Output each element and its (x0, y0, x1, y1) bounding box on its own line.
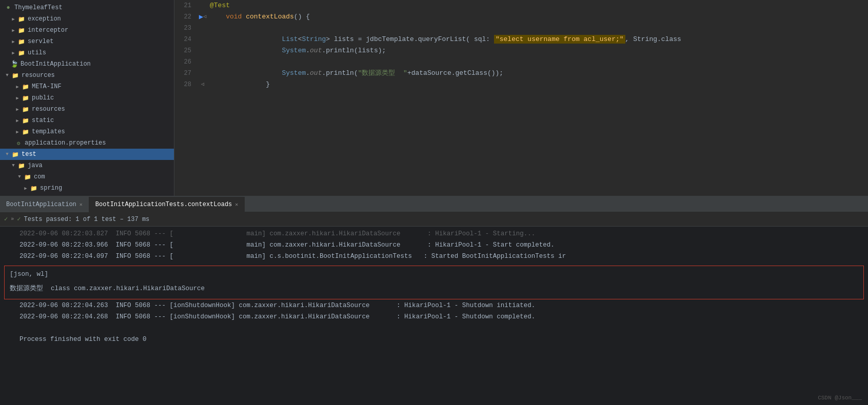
console-highlighted-box: [json, wl] 数据源类型 class com.zaxxer.hikari… (4, 266, 864, 299)
chevron-icon (23, 185, 29, 191)
sidebar-item-resources2[interactable]: 📁 resources (0, 104, 174, 115)
line-number-22: 22 (174, 11, 198, 23)
line-number-23: 23 (174, 23, 198, 34)
editor-tabs-bar: BootInitApplication ✕ BootInitApplicatio… (0, 197, 868, 212)
sidebar-label: java (28, 162, 43, 169)
sidebar-label: public (32, 94, 54, 102)
line-gutter-22: ▶ ◁ (198, 11, 208, 23)
project-sidebar: ● ThymeleafTest 📁 exception 📁 intercepto… (0, 0, 174, 196)
console-json-result: [json, wl] (10, 271, 48, 278)
sidebar-label: static (32, 117, 54, 124)
properties-file-icon: ⚙ (14, 139, 23, 147)
console-exit-text: Process finished with exit code 0 (19, 336, 147, 343)
tab-boot-init-tests[interactable]: BootInitApplicationTests.contextLoads ✕ (89, 197, 245, 212)
chevron-icon (14, 95, 21, 101)
tab-boot-init-app[interactable]: BootInitApplication ✕ (0, 197, 89, 212)
line-content-28: } (208, 68, 868, 102)
sidebar-label: templates (32, 128, 65, 135)
sidebar-item-public[interactable]: 📁 public (0, 92, 174, 104)
chevron-icon (16, 174, 23, 180)
sidebar-item-com[interactable]: 📁 com (0, 171, 174, 183)
sidebar-label: exception (28, 15, 61, 23)
sidebar-label: interceptor (28, 27, 68, 34)
folder-icon: 📁 (24, 173, 32, 181)
folder-icon: 📁 (22, 94, 30, 102)
sidebar-label: test (22, 151, 36, 158)
chevron-icon (10, 38, 16, 45)
tab-close-icon[interactable]: ✕ (80, 201, 83, 208)
sidebar-label: servlet (28, 38, 53, 45)
console-line-3: 2022-09-06 08:22:04.263 INFO 5068 --- [i… (0, 301, 868, 313)
line-gutter-28: ◁ (198, 79, 208, 90)
folder-icon: 📁 (17, 37, 26, 46)
run-status-text: Tests passed: 1 of 1 test – 137 ms (24, 216, 149, 223)
console-line-2: 2022-09-06 08:22:04.097 INFO 5068 --- [ … (0, 252, 868, 264)
sidebar-label: utils (28, 49, 46, 56)
chevron-icon (10, 27, 16, 33)
console-line-4: 2022-09-06 08:22:04.268 INFO 5068 --- [i… (0, 313, 868, 324)
sidebar-label: com (34, 173, 45, 180)
sidebar-item-app-props[interactable]: ⚙ application.properties (0, 137, 174, 149)
watermark: CSDN @Json___ (818, 395, 862, 401)
folder-icon: 📁 (17, 26, 26, 34)
chevron-icon (10, 50, 16, 56)
folder-icon: 📁 (22, 116, 30, 125)
line-number-25: 25 (174, 45, 198, 56)
code-line-22: 22 ▶ ◁ void contextLoads() { (174, 11, 868, 23)
sidebar-item-servlet[interactable]: 📁 servlet (0, 36, 174, 47)
tab-label: BootInitApplication (6, 201, 76, 208)
console-line-exit: Process finished with exit code 0 (0, 335, 868, 347)
line-number-21: 21 (174, 0, 198, 11)
sidebar-item-test[interactable]: 📁 test (0, 149, 174, 160)
sidebar-item-spring[interactable]: 📁 spring (0, 183, 174, 194)
sidebar-item-boot-init-app[interactable]: 🍃 BootInitApplication (0, 58, 174, 70)
double-arrow-icon: » (11, 216, 14, 222)
console-text-1: 2022-09-06 08:22:03.966 INFO 5068 --- [ … (19, 241, 555, 249)
console-line-0: 2022-09-06 08:22:03.827 INFO 5068 --- [ … (0, 230, 868, 241)
code-editor[interactable]: 21 @Test 22 ▶ ◁ void contextLoads() { 23 (174, 0, 868, 196)
console-output[interactable]: 2022-09-06 08:22:03.827 INFO 5068 --- [ … (0, 227, 868, 405)
sidebar-item-interceptor[interactable]: 📁 interceptor (0, 25, 174, 36)
folder-icon: 📁 (22, 128, 30, 136)
chevron-icon (14, 129, 21, 135)
console-text-4: 2022-09-06 08:22:04.268 INFO 5068 --- [i… (19, 313, 535, 320)
circle-green-icon: ● (4, 4, 12, 12)
sidebar-item-thymeleaf-test[interactable]: ● ThymeleafTest (0, 2, 174, 13)
chevron-icon (14, 84, 21, 90)
sidebar-item-templates[interactable]: 📁 templates (0, 126, 174, 137)
line-content-21: @Test (208, 0, 868, 11)
folder-icon: 📁 (17, 15, 26, 23)
folder-icon: 📁 (22, 105, 30, 113)
line-number-24: 24 (174, 34, 198, 45)
chevron-icon (10, 163, 16, 169)
check-icon: ✓ (4, 215, 8, 223)
sidebar-label: resources (22, 72, 55, 79)
console-highlighted-line-2: 数据源类型 class com.zaxxer.hikari.HikariData… (10, 284, 858, 295)
sidebar-item-static[interactable]: 📁 static (0, 115, 174, 126)
folder-icon: 📁 (11, 150, 19, 158)
code-line-25: 25 System.out.println(lists); (174, 45, 868, 56)
sidebar-label: resources (32, 106, 65, 113)
sidebar-item-resources[interactable]: 📁 resources (0, 70, 174, 81)
console-text-2: 2022-09-06 08:22:04.097 INFO 5068 --- [ … (19, 253, 566, 260)
top-area: ● ThymeleafTest 📁 exception 📁 intercepto… (0, 0, 868, 197)
bottom-panel: ✓ » ✓ Tests passed: 1 of 1 test – 137 ms… (0, 212, 868, 405)
spring-leaf-icon: 🍃 (10, 60, 18, 68)
console-line-empty (0, 324, 868, 335)
sidebar-label: ThymeleafTest (14, 4, 63, 11)
line-number-27: 27 (174, 68, 198, 79)
sidebar-item-utils[interactable]: 📁 utils (0, 47, 174, 58)
sidebar-item-exception[interactable]: 📁 exception (0, 13, 174, 25)
tab-close-icon[interactable]: ✕ (235, 201, 238, 208)
sidebar-item-java[interactable]: 📁 java (0, 160, 174, 171)
sidebar-item-meta-inf[interactable]: 📁 META-INF (0, 81, 174, 92)
folder-icon: 📁 (30, 184, 38, 192)
console-datasource-result: 数据源类型 class com.zaxxer.hikari.HikariData… (10, 284, 205, 293)
run-icon[interactable]: ▶ (199, 11, 203, 23)
line-number-26: 26 (174, 56, 198, 68)
tab-label: BootInitApplicationTests.contextLoads (95, 201, 232, 208)
code-lines: 21 @Test 22 ▶ ◁ void contextLoads() { 23 (174, 0, 868, 90)
sidebar-label: application.properties (25, 139, 106, 147)
console-line-1: 2022-09-06 08:22:03.966 INFO 5068 --- [ … (0, 241, 868, 252)
sidebar-label: META-INF (32, 83, 62, 90)
